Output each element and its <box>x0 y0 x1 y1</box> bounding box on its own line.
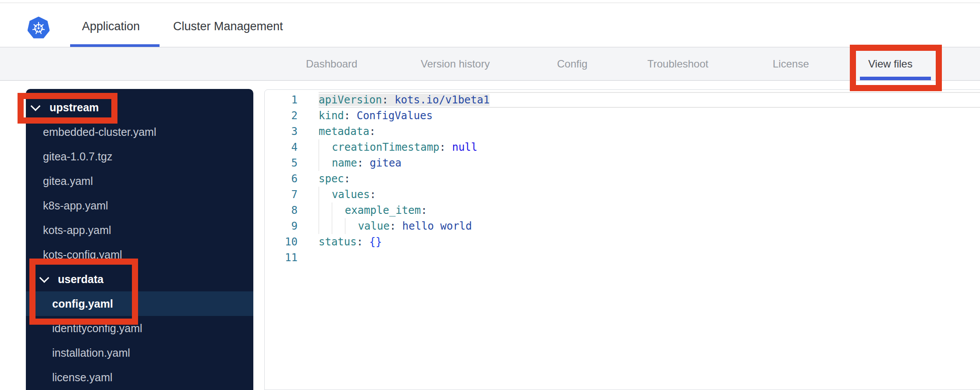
chevron-down-icon <box>31 101 41 111</box>
tab-application[interactable]: Application <box>82 20 140 35</box>
line-number: 9 <box>265 218 298 234</box>
tab-cluster-management[interactable]: Cluster Management <box>173 20 283 35</box>
subnav-item-version-history[interactable]: Version history <box>421 47 490 80</box>
sidebar-item-label: gitea.yaml <box>43 175 93 188</box>
indent-guide <box>319 139 332 155</box>
sidebar-item-label: license.yaml <box>52 371 113 384</box>
indent-guide <box>345 218 358 234</box>
file-tree-sidebar: upstreamembedded-cluster.yamlgitea-1.0.7… <box>26 89 253 390</box>
indent-guide <box>319 155 332 171</box>
line-number: 4 <box>265 139 298 155</box>
sidebar-item-label: kots-config.yaml <box>43 248 122 261</box>
sidebar-file-gitea.yaml[interactable]: gitea.yaml <box>26 169 253 193</box>
code-line-2[interactable]: 2kind: ConfigValues <box>265 108 980 124</box>
sidebar-item-label: embedded-cluster.yaml <box>43 126 156 138</box>
chevron-down-icon <box>39 273 50 283</box>
code-text: status: {} <box>319 234 980 250</box>
sidebar-item-label: identityconfig.yaml <box>52 322 142 335</box>
code-text: metadata: <box>319 124 980 139</box>
sidebar-item-label: kots-app.yaml <box>43 224 111 237</box>
sidebar-item-label: upstream <box>50 101 99 114</box>
code-line-9[interactable]: 9value: hello world <box>265 218 980 234</box>
code-line-6[interactable]: 6spec: <box>265 171 980 187</box>
indent-guide <box>332 218 345 234</box>
sidebar-file-kots-config.yaml[interactable]: kots-config.yaml <box>26 242 253 267</box>
sidebar-folder-upstream[interactable]: upstream <box>26 95 253 120</box>
code-line-4[interactable]: 4creationTimestamp: null <box>265 139 980 155</box>
code-text: value: hello world <box>319 218 980 234</box>
line-number: 7 <box>265 187 298 202</box>
kubernetes-logo-icon <box>28 17 50 40</box>
indent-guide <box>319 218 332 234</box>
sidebar-item-label: k8s-app.yaml <box>43 199 108 212</box>
sidebar-file-gitea-1.0.7.tgz[interactable]: gitea-1.0.7.tgz <box>26 144 253 169</box>
sidebar-item-label: config.yaml <box>52 298 113 310</box>
line-number: 8 <box>265 202 298 218</box>
line-number: 1 <box>265 92 298 108</box>
line-number: 10 <box>265 234 298 250</box>
subnav-item-license[interactable]: License <box>773 47 809 80</box>
code-line-11[interactable]: 11 <box>265 250 980 266</box>
subnav: DashboardVersion historyConfigTroublesho… <box>0 47 980 81</box>
code-text: values: <box>319 187 980 202</box>
sidebar-file-installation.yaml[interactable]: installation.yaml <box>26 340 253 365</box>
line-number: 2 <box>265 108 298 124</box>
line-number: 3 <box>265 124 298 139</box>
sidebar-file-k8s-app.yaml[interactable]: k8s-app.yaml <box>26 193 253 218</box>
code-line-1[interactable]: 1apiVersion: kots.io/v1beta1 <box>265 92 980 108</box>
file-viewer-editor: 1apiVersion: kots.io/v1beta12kind: Confi… <box>264 89 980 390</box>
code-line-7[interactable]: 7values: <box>265 187 980 202</box>
code-text: spec: <box>319 171 980 187</box>
sidebar-file-kots-app.yaml[interactable]: kots-app.yaml <box>26 218 253 242</box>
sidebar-item-label: gitea-1.0.7.tgz <box>43 150 112 163</box>
sidebar-file-identityconfig.yaml[interactable]: identityconfig.yaml <box>26 316 253 340</box>
view-files-active-underline <box>860 77 931 80</box>
subnav-item-dashboard[interactable]: Dashboard <box>306 47 357 80</box>
sidebar-file-license.yaml[interactable]: license.yaml <box>26 365 253 390</box>
code-text: name: gitea <box>319 155 980 171</box>
code-text: apiVersion: kots.io/v1beta1 <box>319 92 980 108</box>
code-line-8[interactable]: 8example_item: <box>265 202 980 218</box>
indent-guide <box>319 187 332 202</box>
line-number: 5 <box>265 155 298 171</box>
subnav-item-config[interactable]: Config <box>557 47 587 80</box>
top-bar: Application Cluster Management <box>0 3 980 47</box>
code-text: creationTimestamp: null <box>319 139 980 155</box>
line-number: 6 <box>265 171 298 187</box>
subnav-item-troubleshoot[interactable]: Troubleshoot <box>647 47 708 80</box>
subnav-item-view-files[interactable]: View files <box>868 47 913 80</box>
sidebar-folder-userdata[interactable]: userdata <box>26 267 253 291</box>
indent-guide <box>319 202 332 218</box>
sidebar-item-label: installation.yaml <box>52 347 130 359</box>
code-line-3[interactable]: 3metadata: <box>265 124 980 139</box>
code-line-5[interactable]: 5name: gitea <box>265 155 980 171</box>
code-text <box>319 250 980 266</box>
sidebar-file-embedded-cluster.yaml[interactable]: embedded-cluster.yaml <box>26 120 253 144</box>
code-text: example_item: <box>319 202 980 218</box>
code-text: kind: ConfigValues <box>319 108 980 124</box>
sidebar-file-config.yaml[interactable]: config.yaml <box>26 291 253 316</box>
indent-guide <box>332 202 345 218</box>
sidebar-item-label: userdata <box>58 273 103 286</box>
line-number: 11 <box>265 250 298 266</box>
code-line-10[interactable]: 10status: {} <box>265 234 980 250</box>
